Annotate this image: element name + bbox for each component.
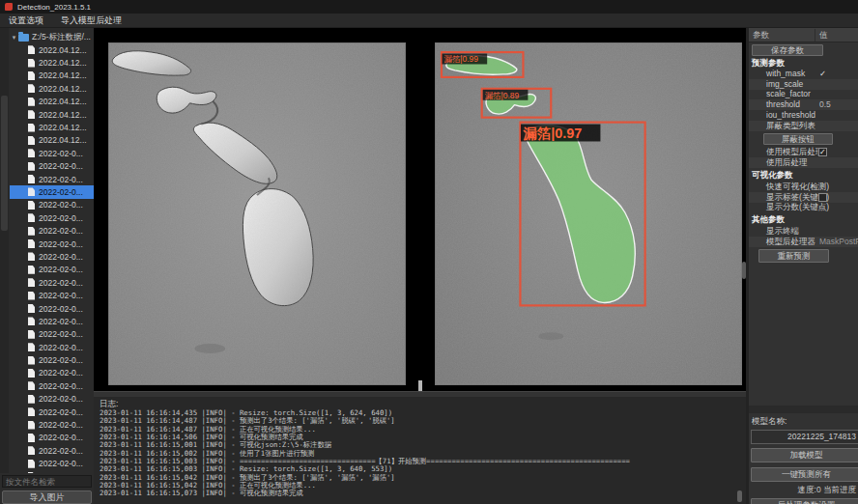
log-line: 2023-01-11 16:16:15,073 |INFO| - 可视化预测结果… [100, 490, 737, 497]
file-icon [28, 369, 35, 378]
import-images-button[interactable]: 导入图片 [2, 490, 92, 504]
file-icon [28, 252, 35, 261]
file-label: 2022-02-0... [39, 149, 83, 158]
file-icon [28, 356, 35, 365]
model-postprocessor-value[interactable]: MaskPostPro [819, 237, 858, 247]
param-row-show-scores[interactable]: 显示分数(关键点) [749, 202, 858, 212]
param-row-model-postprocessor[interactable]: 模型后处理器 MaskPostPro [749, 237, 858, 247]
checkbox-empty-icon[interactable] [818, 193, 827, 202]
param-row-quick-visualization[interactable]: 快速可视化(检测) [749, 182, 858, 192]
file-list-item[interactable]: 2022-02-0... [10, 211, 94, 224]
file-list-item[interactable]: 2022-02-0... [10, 224, 94, 237]
file-list-item[interactable]: 2022-02-0... [10, 264, 94, 276]
param-row-with-mask[interactable]: with_mask ✓ [749, 69, 858, 79]
file-label: 2022-02-0... [39, 161, 83, 171]
param-row-iou-threshold[interactable]: iou_threshold [749, 110, 858, 121]
file-list-item[interactable]: 2022-02-0... [10, 341, 94, 353]
repredict-button[interactable]: 重新预测 [758, 249, 829, 263]
file-list-item[interactable]: 2022-02-0... [10, 199, 94, 211]
file-list-item[interactable]: 2022-02-0... [10, 173, 94, 185]
param-row-threshold[interactable]: threshold 0.5 [749, 99, 858, 110]
param-row-img-scale[interactable]: img_scale [749, 79, 858, 90]
menu-item-import-postprocess[interactable]: 导入模型后处理 [52, 14, 130, 28]
file-list-item[interactable]: 2022-02-0... [10, 185, 94, 198]
file-icon [28, 124, 35, 132]
file-icon [28, 304, 35, 313]
file-list-item[interactable]: 2022.04.12... [10, 96, 94, 108]
title-bar: Detection_2023.1.5.1 [0, 0, 858, 14]
file-list-item[interactable]: 2022.04.12... [10, 56, 94, 69]
postprocess-settings-button[interactable]: 后处理参数设置 [751, 498, 858, 504]
save-params-button[interactable]: 保存参数 [752, 44, 823, 56]
model-name-label: 模型名称: [752, 416, 786, 428]
file-icon [28, 187, 35, 196]
predict-all-button[interactable]: 一键预测所有 [751, 467, 858, 482]
log-scrollbar-thumb[interactable] [737, 490, 742, 502]
file-list-item[interactable]: 2022-02-0... [10, 406, 94, 418]
param-table-header: 参数 值 [749, 28, 858, 42]
file-list-item[interactable]: 2022.04.12... [10, 121, 94, 133]
param-row-mask-type-list[interactable]: 屏蔽类型列表 [749, 121, 858, 131]
file-label: 2022.04.12... [39, 70, 87, 80]
file-icon [28, 343, 35, 351]
file-icon [28, 201, 35, 210]
file-panel: ▾ Z:/5-标注数据/... 2022.04.12... 2022.04.12… [0, 28, 94, 504]
file-list-item[interactable]: 2022-02-0... [10, 379, 94, 392]
chevron-down-icon[interactable]: ▾ [10, 34, 18, 42]
file-list-item[interactable]: 2022-02-0... [10, 315, 94, 327]
threshold-value[interactable]: 0.5 [819, 99, 831, 110]
param-row-use-model-postprocess[interactable]: 使用模型后处理 [749, 147, 858, 157]
app-logo-icon [5, 3, 13, 11]
file-list-item[interactable]: 2022.04.12... [10, 70, 94, 82]
filename-search-input[interactable] [2, 475, 92, 488]
detection-label: 漏箔|0.97 [522, 126, 582, 141]
file-label: 2022-02-0... [39, 252, 83, 262]
file-list-item[interactable]: 2022-02-0... [10, 147, 94, 159]
file-list-item[interactable]: 2022.04.12... [10, 134, 94, 147]
file-list-item[interactable]: 2022-02-0... [10, 458, 94, 470]
tree-root-label: Z:/5-标注数据/... [32, 32, 91, 43]
file-list-item[interactable]: 2022-02-0... [10, 250, 94, 263]
file-list-item[interactable]: 2022-02-0... [10, 276, 94, 289]
tree-root-folder[interactable]: ▾ Z:/5-标注数据/... [10, 31, 94, 43]
file-label: 2022-02-0... [39, 304, 83, 314]
file-list-item[interactable]: 2022-02-0... [10, 302, 94, 315]
menu-item-settings[interactable]: 设置选项 [0, 14, 52, 28]
file-list-item[interactable]: 2022-02-0... [10, 367, 94, 379]
param-row-use-postprocess[interactable]: 使用后处理 [749, 157, 858, 168]
file-list-item[interactable]: 2022-02-0... [10, 393, 94, 406]
param-row-show-labels[interactable]: 显示标签(关键点) [749, 192, 858, 203]
file-list-item[interactable]: 2022.04.12... [10, 108, 94, 121]
file-icon [28, 59, 35, 68]
file-icon [28, 446, 35, 455]
log-lines[interactable]: 2023-01-11 16:16:14,435 |INFO| - Resize:… [100, 409, 737, 502]
file-list-item[interactable]: 2022-02-0... [10, 418, 94, 431]
param-row-scale-factor[interactable]: scale_factor [749, 89, 858, 99]
file-tree-scrollbar-thumb[interactable] [1, 96, 8, 231]
file-list-item[interactable]: 2022-02-0... [10, 353, 94, 366]
file-list-item[interactable]: 2022-02-0... [10, 328, 94, 341]
file-list-item[interactable]: 2022-02-0 [10, 470, 94, 473]
param-row-show-terminal[interactable]: 显示终端 [749, 226, 858, 237]
file-icon [28, 381, 35, 390]
file-icon [28, 472, 35, 473]
file-list-item[interactable]: 2022-02-0... [10, 289, 94, 301]
file-list-item[interactable]: 2022-02-0... [10, 444, 94, 457]
section-other-params: 其他参数 [752, 214, 785, 225]
section-visualization-params: 可视化参数 [752, 170, 793, 181]
mask-button[interactable]: 屏蔽按钮 [763, 133, 833, 145]
detection-label: 漏箔|0.89 [485, 91, 520, 100]
file-list-item[interactable]: 2022-02-0... [10, 432, 94, 444]
model-name-field[interactable]: 20221225_174813 [751, 430, 858, 444]
file-list-item[interactable]: 2022-02-0... [10, 238, 94, 250]
file-icon [28, 407, 35, 416]
file-list-item[interactable]: 2022.04.12... [10, 43, 94, 56]
load-model-button[interactable]: 加载模型 [751, 448, 858, 462]
file-icon [28, 460, 35, 468]
checkbox-checked-icon[interactable] [818, 148, 827, 156]
file-list-item[interactable]: 2022.04.12... [10, 82, 94, 95]
file-tree-scrollbar[interactable] [0, 28, 9, 473]
splitter-grip[interactable] [742, 262, 746, 279]
file-label: 2022-02-0... [39, 368, 83, 378]
file-list-item[interactable]: 2022-02-0... [10, 160, 94, 173]
